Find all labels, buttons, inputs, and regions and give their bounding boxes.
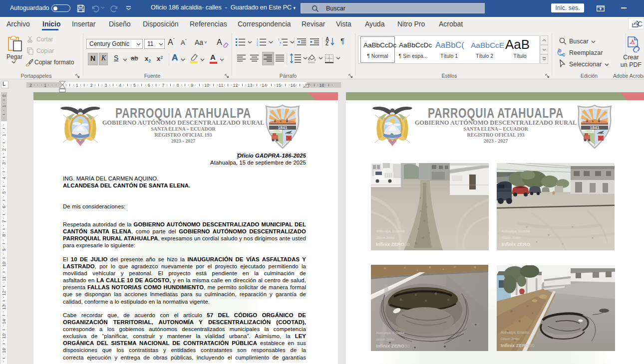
svg-text:Infinix ZERO30: Infinix ZERO30 bbox=[376, 241, 410, 247]
svg-text:Atahualpa, Ecuador: Atahualpa, Ecuador bbox=[376, 331, 405, 335]
svg-text:Gilson Jimbo: Gilson Jimbo bbox=[376, 338, 395, 341]
svg-text:3: 3 bbox=[257, 43, 258, 46]
svg-text:Gilson Jimbo: Gilson Jimbo bbox=[501, 337, 520, 341]
svg-text:i: i bbox=[280, 44, 280, 46]
svg-text:Atahualpa, Ecuador: Atahualpa, Ecuador bbox=[501, 331, 530, 335]
svg-text:Infinix ZERO30: Infinix ZERO30 bbox=[376, 343, 410, 349]
svg-text:Atahualpa, Ecuador: Atahualpa, Ecuador bbox=[502, 229, 531, 233]
svg-text:Gilson Jimbo: Gilson Jimbo bbox=[502, 236, 521, 239]
svg-text:1841: 1841 bbox=[278, 125, 288, 130]
svg-text:Infinix ZERO30: Infinix ZERO30 bbox=[502, 241, 536, 247]
svg-text:Atahualpa, Ecuador: Atahualpa, Ecuador bbox=[376, 229, 405, 233]
svg-text:Infinix ZERO30: Infinix ZERO30 bbox=[501, 343, 535, 348]
svg-text:1841: 1841 bbox=[590, 125, 600, 130]
svg-text:Gilson Jimbo: Gilson Jimbo bbox=[376, 236, 395, 239]
